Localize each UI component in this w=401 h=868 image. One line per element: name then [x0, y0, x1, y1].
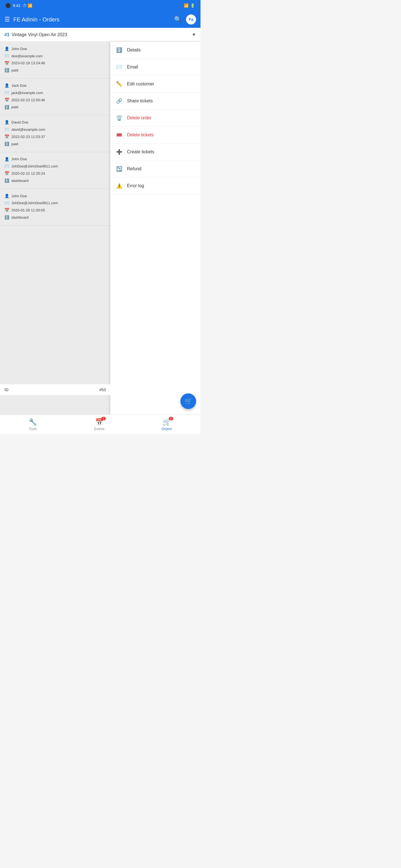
avatar[interactable]: Fa: [186, 14, 196, 25]
order-email: JohDoe@JohnDoe9911.com: [11, 163, 58, 169]
order-email: david@example.com: [11, 127, 46, 133]
calendar-icon: 📅: [4, 133, 9, 140]
email-icon: ✉️: [116, 64, 122, 70]
tools-nav-icon: 🔧: [29, 418, 37, 426]
refund-icon: ↩️: [116, 165, 122, 172]
status-icon: ℹ️: [4, 178, 9, 184]
badge-events: 3: [102, 417, 106, 421]
menu-icon[interactable]: ☰: [4, 16, 10, 23]
order-item[interactable]: 👤 David Doe ✉️ david@example.com 📅 2022-…: [0, 115, 110, 152]
events-nav-label: Events: [94, 427, 105, 431]
menu-label-details: Details: [127, 48, 141, 53]
menu-item-edit-customer[interactable]: ✏️ Edit customer: [110, 76, 200, 93]
order-date: 2022-02-23 11:53:37: [11, 134, 45, 140]
menu-item-email[interactable]: ✉️ Email: [110, 59, 200, 76]
status-icons: ⏱ 📶: [23, 3, 32, 8]
order-status: paid: [11, 141, 18, 147]
badge-orders: 5: [169, 417, 173, 421]
app-bar: ☰ FE Admin - Orders 🔍 Fa: [0, 11, 200, 28]
order-name: David Doe: [11, 119, 28, 125]
edit-customer-icon: ✏️: [116, 81, 122, 87]
menu-item-delete-tickets[interactable]: 🎟️ Delete tickets: [110, 127, 200, 144]
dropdown-chevron-icon: ▼: [192, 32, 196, 37]
nav-item-tools[interactable]: 🔧 Tools: [23, 416, 42, 433]
context-menu: ℹ️ Details ✉️ Email ✏️ Edit customer 🔗 S…: [110, 42, 200, 414]
order-date: 2022-02-23 12:00:46: [11, 97, 45, 103]
order-name: Jack Doe: [11, 83, 26, 89]
order-name: John Doe: [11, 193, 27, 199]
person-icon: 👤: [4, 119, 9, 126]
order-item[interactable]: 👤 Jack Doe ✉️ jack@example.com 📅 2022-02…: [0, 79, 110, 115]
status-icon: ℹ️: [4, 67, 9, 74]
bottom-nav: 🔧 Tools 📅3 Events 🛒5 Orders: [0, 414, 200, 434]
menu-label-refund: Refund: [127, 166, 141, 172]
status-time: 9:42: [13, 3, 20, 8]
calendar-icon: 📅: [4, 170, 9, 177]
order-email: doe@example.com: [11, 53, 42, 59]
menu-item-delete-order[interactable]: 🗑️ Delete order: [110, 110, 200, 127]
app-bar-actions: 🔍 Fa: [174, 14, 196, 25]
nav-item-events[interactable]: 📅3 Events: [89, 416, 110, 433]
order-email: jack@example.com: [11, 90, 43, 96]
events-nav-icon: 📅3: [95, 418, 104, 426]
order-name: John Doe: [11, 46, 27, 52]
order-date: 2020-02-22 12:25:24: [11, 170, 45, 177]
error-log-icon: ⚠️: [116, 183, 122, 189]
status-bar-right: 📶 🔋: [184, 3, 195, 8]
order-name: John Doe: [11, 156, 27, 162]
person-icon: 👤: [4, 45, 9, 52]
details-icon: ℹ️: [116, 47, 122, 54]
fab-button[interactable]: 🛒: [180, 393, 196, 409]
signal-icon: 📶: [184, 3, 189, 8]
order-status: dashboard: [11, 178, 28, 184]
calendar-icon: 📅: [4, 97, 9, 103]
nav-item-orders[interactable]: 🛒5 Orders: [156, 416, 178, 433]
person-icon: 👤: [4, 193, 9, 199]
order-status: dashboard: [11, 215, 28, 221]
status-bar-left: 9:42 ⏱ 📶: [6, 3, 32, 8]
status-dot: [6, 3, 10, 8]
status-icon: ℹ️: [4, 141, 9, 148]
menu-label-email: Email: [127, 65, 138, 69]
create-tickets-icon: ➕: [116, 149, 122, 155]
pagination-bar: ID #53: [0, 384, 110, 395]
event-selector[interactable]: #1 Vintage Vinyl Open Air 2023 ▼: [0, 28, 200, 42]
delete-order-icon: 🗑️: [116, 115, 122, 121]
app-title: FE Admin - Orders: [13, 17, 171, 23]
event-badge: #1: [4, 32, 9, 37]
share-tickets-icon: 🔗: [116, 98, 122, 104]
orders-nav-label: Orders: [162, 427, 172, 431]
status-bar: 9:42 ⏱ 📶 📶 🔋: [0, 0, 200, 11]
delete-tickets-icon: 🎟️: [116, 132, 122, 138]
order-date: 2020-01-28 11:00:05: [11, 207, 45, 213]
menu-label-create-tickets: Create tickets: [127, 149, 154, 154]
order-status: paid: [11, 67, 18, 73]
menu-label-delete-tickets: Delete tickets: [127, 132, 154, 137]
menu-label-error-log: Error log: [127, 183, 144, 188]
menu-item-error-log[interactable]: ⚠️ Error log: [110, 178, 200, 194]
battery-icon: 🔋: [190, 3, 195, 8]
menu-item-share-tickets[interactable]: 🔗 Share tickets: [110, 93, 200, 110]
person-icon: 👤: [4, 82, 9, 89]
search-icon[interactable]: 🔍: [174, 16, 181, 23]
calendar-icon: 📅: [4, 60, 9, 67]
orders-list: 👤 John Doe ✉️ doe@example.com 📅 2023-02-…: [0, 42, 110, 414]
email-icon: ✉️: [4, 200, 9, 207]
menu-item-details[interactable]: ℹ️ Details: [110, 42, 200, 59]
email-icon: ✉️: [4, 163, 9, 170]
order-item[interactable]: 👤 John Doe ✉️ JohDoe@JohnDoe9911.com 📅 2…: [0, 152, 110, 189]
calendar-icon: 📅: [4, 207, 9, 214]
pagination-id-label: ID: [4, 388, 8, 392]
order-item[interactable]: 👤 John Doe ✉️ JohDoe@JohnDoe9911.com 📅 2…: [0, 189, 110, 226]
menu-item-create-tickets[interactable]: ➕ Create tickets: [110, 144, 200, 160]
menu-item-refund[interactable]: ↩️ Refund: [110, 160, 200, 178]
order-item[interactable]: 👤 John Doe ✉️ doe@example.com 📅 2023-02-…: [0, 42, 110, 79]
pagination-page-ref: #53: [99, 388, 106, 392]
order-email: JohDoe@JohnDoe9911.com: [11, 200, 58, 206]
status-icon: ℹ️: [4, 214, 9, 221]
status-icon: ℹ️: [4, 104, 9, 111]
person-icon: 👤: [4, 156, 9, 163]
menu-label-share-tickets: Share tickets: [127, 98, 152, 103]
email-icon: ✉️: [4, 90, 9, 96]
tools-nav-label: Tools: [29, 427, 37, 431]
